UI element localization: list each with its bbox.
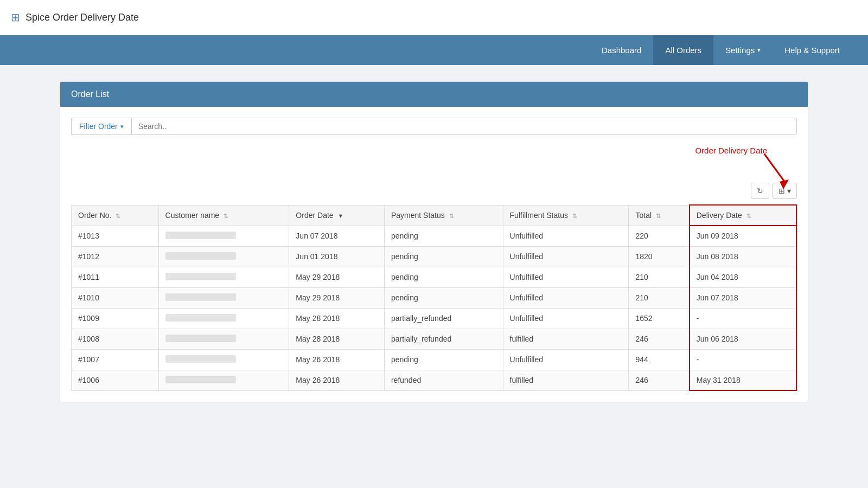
search-input[interactable]	[131, 118, 797, 135]
cell-payment-status: partially_refunded	[384, 329, 503, 349]
cell-order-no: #1010	[72, 287, 159, 308]
table-row[interactable]: #1007 May 26 2018 pending Unfulfilled 94…	[72, 349, 797, 370]
cell-total: 220	[629, 226, 690, 246]
table-row[interactable]: #1012 Jun 01 2018 pending Unfulfilled 18…	[72, 246, 797, 267]
cell-order-no: #1012	[72, 246, 159, 267]
filter-row: Filter Order ▾	[71, 118, 797, 135]
cell-payment-status: pending	[384, 226, 503, 246]
cell-fulfillment-status: Unfulfilled	[503, 287, 629, 308]
filter-order-button[interactable]: Filter Order ▾	[71, 118, 131, 135]
cell-fulfillment-status: Unfulfilled	[503, 246, 629, 267]
nav-item-help-support[interactable]: Help & Support	[773, 35, 852, 65]
table-row[interactable]: #1011 May 29 2018 pending Unfulfilled 21…	[72, 267, 797, 287]
order-list-card: Order List Filter Order ▾ Order Delivery…	[60, 81, 808, 402]
th-customer-name[interactable]: Customer name ⇅	[158, 205, 289, 226]
cell-payment-status: pending	[384, 349, 503, 370]
table-row[interactable]: #1008 May 28 2018 partially_refunded ful…	[72, 329, 797, 349]
th-order-no[interactable]: Order No. ⇅	[72, 205, 159, 226]
card-header: Order List	[60, 82, 808, 107]
cell-total: 210	[629, 267, 690, 287]
cell-payment-status: pending	[384, 246, 503, 267]
cell-fulfillment-status: Unfulfilled	[503, 226, 629, 246]
cell-delivery-date: Jun 08 2018	[690, 246, 796, 267]
sort-icon-order-date: ▼	[338, 213, 344, 219]
toolbar-row: ↻ ⊞ ▾	[71, 183, 797, 199]
filter-chevron-icon: ▾	[120, 123, 124, 130]
th-total[interactable]: Total ⇅	[629, 205, 690, 226]
nav-item-settings[interactable]: Settings ▾	[713, 35, 773, 65]
sort-icon-customer-name: ⇅	[224, 213, 228, 220]
cell-order-date: Jun 01 2018	[289, 246, 385, 267]
sort-icon-delivery-date: ⇅	[746, 213, 751, 220]
cell-order-date: May 28 2018	[289, 308, 385, 329]
brand-bar: ⊞ Spice Order Delivery Date	[0, 0, 868, 35]
brand-icon: ⊞	[11, 11, 20, 24]
th-fulfillment-status[interactable]: Fulfillment Status ⇅	[503, 205, 629, 226]
card-body: Filter Order ▾ Order Delivery Date	[60, 107, 808, 402]
cell-customer-name	[158, 308, 289, 329]
cell-order-no: #1009	[72, 308, 159, 329]
cell-order-no: #1011	[72, 267, 159, 287]
cell-order-date: May 29 2018	[289, 267, 385, 287]
cell-fulfillment-status: fulfilled	[503, 329, 629, 349]
cell-total: 246	[629, 370, 690, 390]
cell-order-no: #1013	[72, 226, 159, 246]
cell-total: 210	[629, 287, 690, 308]
main-content: Order List Filter Order ▾ Order Delivery…	[0, 65, 868, 419]
cell-customer-name	[158, 287, 289, 308]
cell-payment-status: partially_refunded	[384, 308, 503, 329]
cell-total: 944	[629, 349, 690, 370]
cell-delivery-date: May 31 2018	[690, 370, 796, 390]
nav-bar: Dashboard All Orders Settings ▾ Help & S…	[0, 35, 868, 65]
cell-customer-name	[158, 329, 289, 349]
cell-payment-status: pending	[384, 287, 503, 308]
cell-delivery-date: -	[690, 308, 796, 329]
cell-customer-name	[158, 267, 289, 287]
sort-icon-fulfillment-status: ⇅	[572, 213, 577, 220]
cell-total: 1652	[629, 308, 690, 329]
cell-fulfillment-status: fulfilled	[503, 370, 629, 390]
nav-item-dashboard[interactable]: Dashboard	[590, 35, 653, 65]
annotation-arrow-icon	[759, 151, 792, 196]
cell-fulfillment-status: Unfulfilled	[503, 308, 629, 329]
cell-fulfillment-status: Unfulfilled	[503, 267, 629, 287]
cell-payment-status: pending	[384, 267, 503, 287]
cell-customer-name	[158, 246, 289, 267]
cell-total: 246	[629, 329, 690, 349]
sort-icon-order-no: ⇅	[116, 213, 120, 220]
annotation-row: Order Delivery Date	[71, 146, 797, 178]
settings-chevron-icon: ▾	[757, 47, 761, 54]
cell-order-no: #1006	[72, 370, 159, 390]
cell-payment-status: refunded	[384, 370, 503, 390]
brand-title: Spice Order Delivery Date	[25, 12, 139, 23]
cell-total: 1820	[629, 246, 690, 267]
svg-marker-1	[780, 179, 789, 189]
table-row[interactable]: #1006 May 26 2018 refunded fulfilled 246…	[72, 370, 797, 390]
cell-order-date: Jun 07 2018	[289, 226, 385, 246]
table-row[interactable]: #1009 May 28 2018 partially_refunded Unf…	[72, 308, 797, 329]
cell-customer-name	[158, 349, 289, 370]
table-row[interactable]: #1010 May 29 2018 pending Unfulfilled 21…	[72, 287, 797, 308]
cell-order-date: May 26 2018	[289, 349, 385, 370]
th-order-date[interactable]: Order Date ▼	[289, 205, 385, 226]
cell-order-no: #1007	[72, 349, 159, 370]
nav-item-all-orders[interactable]: All Orders	[653, 35, 713, 65]
cell-order-date: May 26 2018	[289, 370, 385, 390]
cell-delivery-date: -	[690, 349, 796, 370]
annotation-label: Order Delivery Date	[695, 146, 767, 155]
cell-delivery-date: Jun 04 2018	[690, 267, 796, 287]
cell-delivery-date: Jun 09 2018	[690, 226, 796, 246]
sort-icon-total: ⇅	[656, 213, 661, 220]
svg-line-0	[764, 154, 786, 184]
cell-order-date: May 29 2018	[289, 287, 385, 308]
cell-customer-name	[158, 370, 289, 390]
table-header-row: Order No. ⇅ Customer name ⇅ Order Date ▼	[72, 205, 797, 226]
cell-customer-name	[158, 226, 289, 246]
cell-fulfillment-status: Unfulfilled	[503, 349, 629, 370]
cell-delivery-date: Jun 06 2018	[690, 329, 796, 349]
cell-order-date: May 28 2018	[289, 329, 385, 349]
th-delivery-date[interactable]: Delivery Date ⇅	[690, 205, 796, 226]
table-row[interactable]: #1013 Jun 07 2018 pending Unfulfilled 22…	[72, 226, 797, 246]
cell-order-no: #1008	[72, 329, 159, 349]
th-payment-status[interactable]: Payment Status ⇅	[384, 205, 503, 226]
